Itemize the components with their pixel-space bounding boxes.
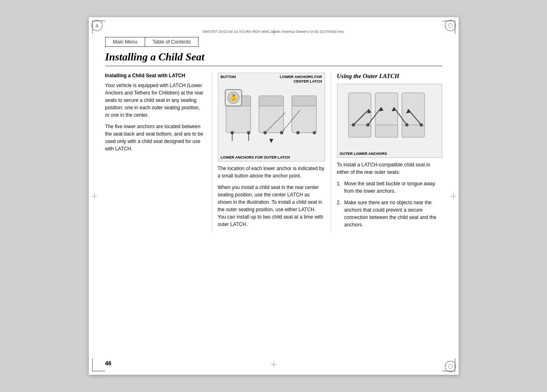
svg-point-21 xyxy=(313,131,316,134)
diagram-top-labels: BUTTON LOWER ANCHORS FOR CENTER LATCH xyxy=(218,73,325,85)
svg-rect-11 xyxy=(292,96,316,106)
outer-latch-svg xyxy=(344,89,435,146)
svg-rect-26 xyxy=(349,93,371,126)
latch-diagram: BUTTON LOWER ANCHORS FOR CENTER LATCH xyxy=(218,73,325,161)
svg-text:👶: 👶 xyxy=(229,94,238,102)
page-number: 46 xyxy=(105,360,112,367)
step-2: Make sure there are no objects near the … xyxy=(337,199,442,228)
svg-rect-29 xyxy=(349,125,371,137)
outer-latch-image xyxy=(337,84,442,151)
page: A 09/07/07 15:02:04 10 ACURA RDX MMC Nor… xyxy=(89,17,459,375)
svg-point-20 xyxy=(296,131,300,134)
svg-rect-10 xyxy=(292,104,316,133)
svg-point-5 xyxy=(448,364,452,369)
mid-para-1: The location of each lower anchor is ind… xyxy=(218,165,325,180)
svg-marker-22 xyxy=(269,139,273,143)
left-para-1: Your vehicle is equipped with LATCH (Low… xyxy=(105,82,205,119)
left-section-heading: Installing a Child Seat with LATCH xyxy=(105,73,205,79)
diagram-bottom-label: LOWER ANCHORS FOR OUTER LATCH xyxy=(218,154,325,161)
content-columns: Installing a Child Seat with LATCH Your … xyxy=(105,73,442,233)
svg-point-2 xyxy=(445,20,456,31)
svg-rect-9 xyxy=(259,96,284,106)
svg-rect-6 xyxy=(226,104,251,133)
left-column: Installing a Child Seat with LATCH Your … xyxy=(105,73,212,233)
svg-point-4 xyxy=(445,361,456,372)
outer-latch-bottom-label: OUTER LOWER ANCHORS xyxy=(337,151,442,157)
decorative-circle-tr xyxy=(445,20,456,31)
bottom-crosshair xyxy=(271,362,277,367)
right-intro-text: To install a LATCH-compatible child seat… xyxy=(337,161,442,176)
mid-column: BUTTON LOWER ANCHORS FOR CENTER LATCH xyxy=(212,73,331,233)
svg-rect-28 xyxy=(402,93,425,126)
corner-decoration-bl xyxy=(92,358,105,371)
steps-list: Move the seat belt buckle or tongue away… xyxy=(337,180,442,228)
step-1: Move the seat belt buckle or tongue away… xyxy=(337,180,442,195)
left-crosshair xyxy=(91,193,97,199)
diagram-image: 👶 xyxy=(218,85,325,154)
page-title: Installing a Child Seat xyxy=(105,51,442,63)
svg-text:A: A xyxy=(95,23,99,28)
svg-point-3 xyxy=(448,23,452,28)
mid-para-2: When you install a child seat in the rea… xyxy=(218,184,325,228)
outer-latch-diagram: OUTER LOWER ANCHORS xyxy=(337,84,442,158)
top-crosshair xyxy=(270,29,277,35)
table-of-contents-button[interactable]: Table of Contents xyxy=(145,37,198,47)
svg-rect-31 xyxy=(402,125,425,137)
acura-logo-icon: A xyxy=(91,20,103,31)
main-menu-button[interactable]: Main Menu xyxy=(105,37,145,47)
nav-buttons: Main Menu Table of Contents xyxy=(105,37,442,47)
upper-right-label: LOWER ANCHORS FOR CENTER LATCH xyxy=(273,75,322,84)
title-rule xyxy=(105,66,442,66)
left-para-2: The five lower anchors are located betwe… xyxy=(105,123,205,152)
svg-rect-30 xyxy=(375,125,398,137)
right-crosshair xyxy=(450,193,456,199)
button-label: BUTTON xyxy=(221,75,236,84)
right-section-title: Using the Outer LATCH xyxy=(337,73,442,80)
seat-diagram-svg: 👶 xyxy=(222,88,321,151)
right-column: Using the Outer LATCH xyxy=(331,73,442,233)
decorative-circle-br xyxy=(445,361,456,372)
